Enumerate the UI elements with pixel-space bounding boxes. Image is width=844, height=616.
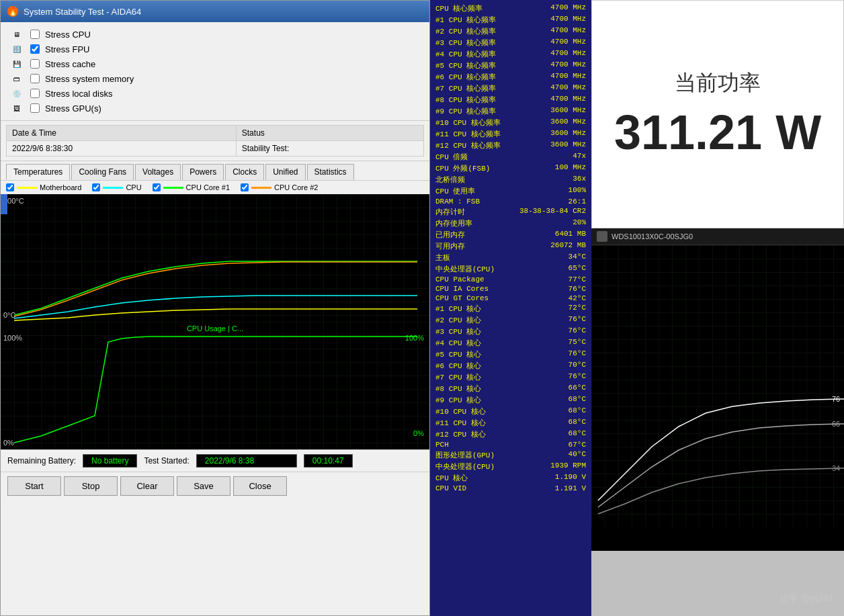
svg-rect-5 xyxy=(591,245,844,527)
cpu-info-value: 3600 MHz xyxy=(550,106,586,116)
legend-cpu-core2-checkbox[interactable] xyxy=(241,183,249,191)
cpu-info-value: 36x xyxy=(573,175,586,185)
cpu-info-row: #2 CPU 核心76°C xyxy=(430,314,591,326)
cpu-info-value: 20% xyxy=(573,218,586,228)
cpu-info-label: CPU VID xyxy=(435,484,555,492)
clear-button[interactable]: Clear xyxy=(120,476,174,496)
cpu-info-row: #11 CPU 核心68°C xyxy=(430,417,591,429)
elapsed-value: 00:10:47 xyxy=(304,454,353,468)
stress-fpu-checkbox[interactable] xyxy=(30,44,40,54)
cpu-info-row: #10 CPU 核心频率3600 MHz xyxy=(430,117,591,128)
cpu-info-label: #1 CPU 核心 xyxy=(435,304,568,314)
start-button[interactable]: Start xyxy=(7,476,61,496)
stress-memory-label: Stress system memory xyxy=(45,74,134,84)
table-row: 2022/9/6 8:38:30 Stability Test: xyxy=(7,141,424,157)
datetime-value: 2022/9/6 8:38:30 xyxy=(7,141,237,157)
cpu-info-row: DRAM : FSB26:1 xyxy=(430,197,591,206)
status-table-area: Date & Time Status 2022/9/6 8:38:30 Stab… xyxy=(1,121,429,161)
stress-option-cpu: 🖥 Stress CPU xyxy=(9,28,421,41)
cpu-info-label: 中央处理器(CPU) xyxy=(435,264,568,274)
cpu-info-value: 68°C xyxy=(568,395,586,405)
cpu-info-row: 内存使用率20% xyxy=(430,218,591,229)
stress-cache-checkbox[interactable] xyxy=(30,59,40,69)
cpu-info-row: #9 CPU 核心频率3600 MHz xyxy=(430,105,591,117)
close-button[interactable]: Close xyxy=(233,476,287,496)
cpu-info-value: 76°C xyxy=(568,326,586,337)
cpu-info-label: #3 CPU 核心 xyxy=(435,326,568,337)
stress-cache-label: Stress cache xyxy=(45,59,95,69)
stress-option-cache: 💾 Stress cache xyxy=(9,57,421,71)
tab-powers[interactable]: Powers xyxy=(182,164,224,180)
cpu-info-label: #8 CPU 核心 xyxy=(435,384,568,394)
stress-disks-label: Stress local disks xyxy=(45,89,112,99)
temp-graph-svg xyxy=(1,194,429,322)
gpu-stress-icon: 🖼 xyxy=(9,103,25,114)
stop-button[interactable]: Stop xyxy=(64,476,118,496)
disk-stress-icon: 💿 xyxy=(9,88,25,99)
tab-clocks[interactable]: Clocks xyxy=(225,164,264,180)
bottom-info-bar: Remaining Battery: No battery Test Start… xyxy=(1,449,429,472)
cpu-info-label: #6 CPU 核心 xyxy=(435,361,568,371)
cpu-info-row: #3 CPU 核心76°C xyxy=(430,326,591,337)
tab-cooling-fans[interactable]: Cooling Fans xyxy=(71,164,134,180)
cpu-info-row: 可用内存26072 MB xyxy=(430,240,591,252)
status-value: Stability Test: xyxy=(236,141,423,157)
cpu-info-label: CPU Package xyxy=(435,275,568,283)
stress-option-gpu: 🖼 Stress GPU(s) xyxy=(9,101,421,115)
cpu-info-label: #5 CPU 核心频率 xyxy=(435,60,550,71)
cpu-info-value: 76°C xyxy=(568,372,586,382)
cpu-info-row: CPU GT Cores42°C xyxy=(430,294,591,303)
legend-motherboard-checkbox[interactable] xyxy=(6,183,14,191)
stress-disks-checkbox[interactable] xyxy=(30,89,40,98)
power-label-cn: 当前功率 xyxy=(675,69,761,98)
svg-rect-3 xyxy=(1,322,429,449)
cpu-info-value: 26072 MB xyxy=(550,241,586,251)
cpu-info-row: #7 CPU 核心频率4700 MHz xyxy=(430,83,591,94)
cpu-info-value: 3600 MHz xyxy=(550,129,586,139)
cpu-info-label: #12 CPU 核心频率 xyxy=(435,140,550,150)
cpu-info-row: CPU 倍频47x xyxy=(430,151,591,163)
battery-label: Remaining Battery: xyxy=(7,456,76,466)
cpu-info-value: 40°C xyxy=(568,450,586,460)
fpu-stress-icon: 🔢 xyxy=(9,44,25,54)
save-button[interactable]: Save xyxy=(177,476,230,496)
stress-option-disks: 💿 Stress local disks xyxy=(9,87,421,100)
stress-gpu-checkbox[interactable] xyxy=(30,103,40,113)
tab-temperatures[interactable]: Temperatures xyxy=(6,164,70,180)
cpu-info-label: #10 CPU 核心频率 xyxy=(435,118,550,128)
temp-ymin: 0°C xyxy=(3,311,15,319)
legend-cpu-checkbox[interactable] xyxy=(92,183,100,191)
cpu-info-value: 100% xyxy=(568,186,586,196)
disk-icon xyxy=(597,231,607,242)
cpu-info-row: #4 CPU 核心频率4700 MHz xyxy=(430,48,591,60)
cpu-info-label: #2 CPU 核心 xyxy=(435,315,568,325)
stress-memory-checkbox[interactable] xyxy=(30,74,40,83)
tab-statistics[interactable]: Statistics xyxy=(307,164,354,180)
cpu-info-row: 已用内存6401 MB xyxy=(430,229,591,240)
tab-unified[interactable]: Unified xyxy=(265,164,305,180)
cpu-info-row: 内存计时38-38-38-84 CR2 xyxy=(430,206,591,218)
cpu-info-label: #2 CPU 核心频率 xyxy=(435,26,550,36)
legend-cpu-core1-checkbox[interactable] xyxy=(153,183,161,191)
usage-value-max: 100% xyxy=(405,334,424,342)
cpu-info-value: 67°C xyxy=(568,441,586,449)
cpu-info-value: 34°C xyxy=(568,253,586,263)
stress-cpu-checkbox[interactable] xyxy=(30,30,40,39)
tab-voltages[interactable]: Voltages xyxy=(135,164,181,180)
cpu-info-label: 已用内存 xyxy=(435,230,555,240)
cpu-info-value: 100 MHz xyxy=(555,163,586,173)
svg-rect-1 xyxy=(1,194,429,322)
status-table: Date & Time Status 2022/9/6 8:38:30 Stab… xyxy=(6,125,424,157)
cpu-info-value: 4700 MHz xyxy=(550,3,586,13)
cpu-info-value: 75°C xyxy=(568,338,586,348)
graph-scroll-indicator xyxy=(1,194,7,214)
cpu-info-label: CPU 外频(FSB) xyxy=(435,163,555,173)
cpu-info-row: CPU 核心频率4700 MHz xyxy=(430,3,591,14)
cpu-info-label: #12 CPU 核心 xyxy=(435,429,568,439)
cpu-info-label: 中央处理器(CPU) xyxy=(435,461,550,472)
cpu-info-row: #5 CPU 核心频率4700 MHz xyxy=(430,60,591,71)
cpu-info-label: 主板 xyxy=(435,253,568,263)
cpu-info-label: #3 CPU 核心频率 xyxy=(435,38,550,48)
cpu-info-value: 42°C xyxy=(568,294,586,302)
cpu-info-label: CPU GT Cores xyxy=(435,294,568,302)
